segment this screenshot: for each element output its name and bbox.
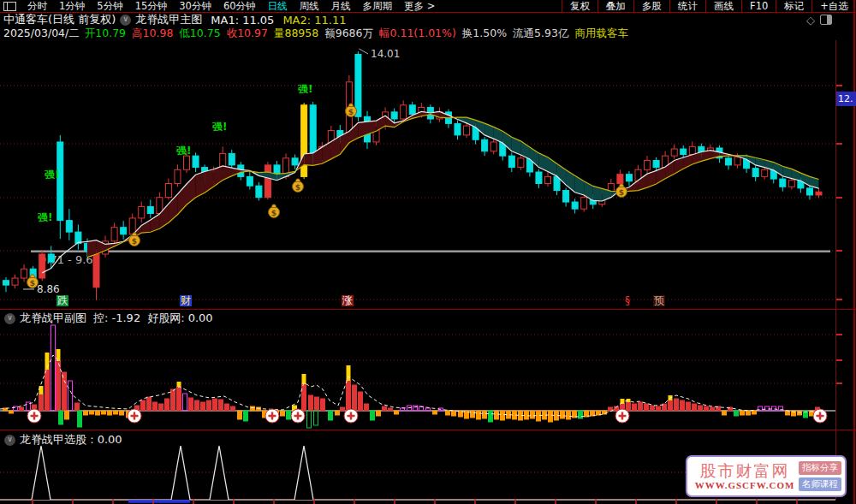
band-label: 财 <box>180 295 192 306</box>
panel3-header: ∨ 龙脊战甲选股 : 0.00 <box>0 432 129 448</box>
svg-text:$: $ <box>348 108 354 116</box>
strong-marker: 强! <box>38 211 52 223</box>
stock-title: 中通客车(日线 前复权) <box>3 12 116 27</box>
cross-circle-marker <box>265 409 279 423</box>
chevron-down-icon[interactable]: ∨ <box>4 313 15 324</box>
industry-label[interactable]: 商用载客车 <box>574 27 628 41</box>
svg-text:$: $ <box>295 183 300 192</box>
band-label: 跌 <box>56 295 68 306</box>
strong-marker: 强! <box>212 121 227 133</box>
quote-field: 量88958 <box>274 27 318 41</box>
menu-item-2[interactable]: 1分钟 <box>53 0 91 13</box>
quote-field: 高10.98 <box>132 27 173 41</box>
band-label: 涨 <box>342 295 354 306</box>
toolbar-menu: 复权叠加多股统计画线F10标记+自选 <box>562 0 856 12</box>
quote-field: 流通5.93亿 <box>513 27 568 41</box>
money-bag-icon: $ <box>616 184 627 198</box>
watermark-site-name: 股市财富网 <box>691 462 799 480</box>
panel2-stat2: 好股网: 0.00 <box>147 311 212 326</box>
svg-text:$: $ <box>132 237 137 246</box>
menu-item-10[interactable]: 多周期 <box>357 0 399 13</box>
menu-item-4[interactable]: 15分钟 <box>129 0 174 13</box>
panel2-title[interactable]: 龙脊战甲副图 <box>20 311 86 326</box>
quote-field: 幅0.11(1.01%) <box>379 27 456 41</box>
main-chart[interactable]: 9.71 - 9.688.8614.01强!强!强!强!强!$$$$$$ <box>0 0 856 504</box>
menu-item-9[interactable]: 月线 <box>325 0 357 13</box>
svg-text:14.01: 14.01 <box>371 48 400 60</box>
quote-info-bar: 2025/03/04/二 开10.79高10.98低10.75收10.97量88… <box>0 27 856 40</box>
toolbar-button-7[interactable]: 标记 <box>776 0 811 12</box>
quote-field: 开10.79 <box>85 27 126 41</box>
cross-circle-marker <box>344 409 358 423</box>
svg-text:$: $ <box>271 209 276 217</box>
cross-circle-marker <box>813 409 827 423</box>
watermark-site-url: WWW.GSCFW.COM <box>691 480 799 490</box>
panel-layout-icon[interactable] <box>820 15 832 25</box>
svg-text:8.86: 8.86 <box>37 283 60 295</box>
band-label: 预 <box>653 295 665 306</box>
cross-circle-marker <box>291 409 305 423</box>
menu-item-1[interactable]: 分时 <box>21 0 53 13</box>
svg-text:$: $ <box>30 279 35 288</box>
window-icon[interactable] <box>3 2 16 11</box>
toolbar-button-6[interactable]: F10 <box>741 0 776 12</box>
menu-item-6[interactable]: 60分钟 <box>217 0 262 13</box>
money-bag-icon: $ <box>269 205 280 218</box>
panel2-header: ∨ 龙脊战甲副图 控: -1.92 好股网: 0.00 <box>0 311 220 326</box>
panel-separator <box>0 430 856 430</box>
watermark-badge: 指标分享 <box>799 461 841 475</box>
ma2-value: MA2: 11.11 <box>282 14 346 27</box>
panel3-title[interactable]: 龙脊战甲选股 : 0.00 <box>20 432 122 448</box>
toolbar-button-5[interactable]: 画线 <box>705 0 741 12</box>
toolbar-button-3[interactable]: 多股 <box>633 0 669 12</box>
toolbar-button-1[interactable]: 复权 <box>562 0 597 12</box>
period-menu: 分时1分钟5分钟15分钟30分钟60分钟日线周线月线多周期更多 > <box>21 0 441 13</box>
menu-item-8[interactable]: 周线 <box>294 0 325 13</box>
menu-item-3[interactable]: 5分钟 <box>91 0 128 13</box>
cross-circle-marker <box>615 409 629 423</box>
ma1-value: MA1: 11.05 <box>211 14 274 27</box>
chevron-down-icon[interactable]: ∨ <box>120 15 131 26</box>
money-bag-icon: $ <box>293 179 304 193</box>
quote-field: 换1.50% <box>462 27 507 41</box>
strong-marker: 强! <box>45 169 59 181</box>
panel2-stat1: 控: -1.92 <box>93 311 140 326</box>
strong-marker: 强! <box>298 83 312 95</box>
panel-separator <box>0 309 856 310</box>
svg-text:$: $ <box>619 188 624 197</box>
strong-marker: 强! <box>176 145 191 157</box>
window-right-border <box>853 0 855 504</box>
cross-circle-marker <box>128 409 141 423</box>
chart-right-axis <box>835 40 836 500</box>
menu-item-7[interactable]: 日线 <box>262 0 294 13</box>
price-axis-tag: 12. <box>836 92 856 106</box>
watermark: 股市财富网 WWW.GSCFW.COM 指标分享 名师课程 <box>686 455 847 497</box>
quote-field: 低10.75 <box>179 27 220 41</box>
quote-field: 收10.97 <box>227 27 268 41</box>
watermark-badge: 名师课程 <box>799 477 841 491</box>
main-indicator-name[interactable]: 龙脊战甲主图 <box>135 12 202 27</box>
quote-date: 2025/03/04/二 <box>3 27 80 41</box>
title-bar: 中通客车(日线 前复权) ∨ 龙脊战甲主图 MA1: 11.05 MA2: 11… <box>0 13 856 27</box>
menu-item-5[interactable]: 30分钟 <box>173 0 217 13</box>
toolbar-button-2[interactable]: 叠加 <box>597 0 633 12</box>
toolbar-button-4[interactable]: 统计 <box>669 0 705 12</box>
diamond-icon[interactable]: ◇ <box>806 14 815 27</box>
app-window: 9.71 - 9.688.8614.01强!强!强!强!强!$$$$$$ 分时1… <box>0 0 856 504</box>
quote-field: 额9686万 <box>324 27 373 41</box>
cross-circle-marker <box>27 409 41 423</box>
menu-item-11[interactable]: 更多 > <box>398 0 441 13</box>
chevron-down-icon[interactable]: ∨ <box>4 435 15 446</box>
period-menu-bar: 分时1分钟5分钟15分钟30分钟60分钟日线周线月线多周期更多 > 复权叠加多股… <box>0 0 856 13</box>
band-label: § <box>624 295 631 306</box>
toolbar-button-8[interactable]: +自选 <box>811 0 856 12</box>
